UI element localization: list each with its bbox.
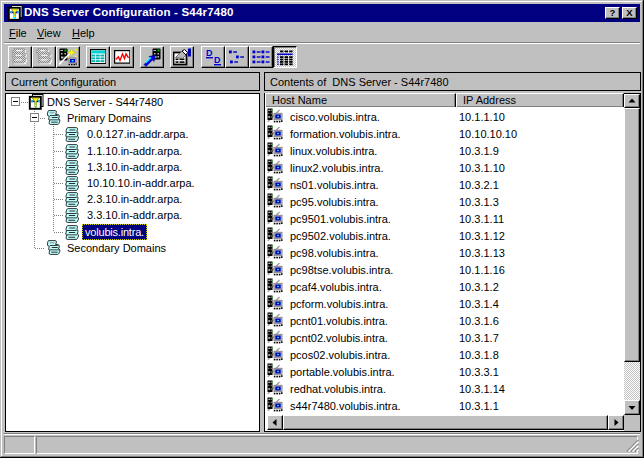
svg-text:D: D — [214, 55, 221, 65]
svg-text:D: D — [206, 48, 213, 58]
